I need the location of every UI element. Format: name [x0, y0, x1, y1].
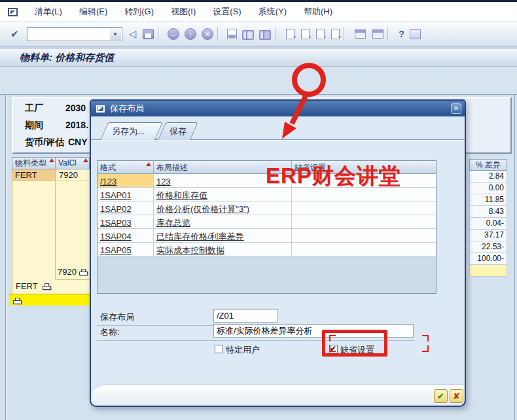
dialog-title: 保存布局 — [110, 103, 144, 114]
variance-cell[interactable]: 22.53- — [469, 241, 507, 253]
enter-icon[interactable]: ✔ — [10, 28, 19, 40]
new-session-icon[interactable] — [355, 29, 366, 39]
grand-total-row — [9, 294, 90, 306]
sort-indicator-icon — [83, 158, 88, 162]
shortcut-icon[interactable] — [372, 29, 383, 39]
period-label: 期间 — [25, 120, 43, 131]
currency-value: CNY — [68, 137, 88, 147]
variance-cell[interactable]: 2.84 — [469, 171, 507, 183]
tab-save[interactable]: 保存 — [158, 122, 190, 140]
variance-cell-empty[interactable] — [469, 265, 507, 277]
name-input[interactable] — [213, 324, 414, 338]
period-value: 2018. — [65, 120, 88, 130]
grand-total-icon[interactable] — [13, 298, 22, 304]
layout-row[interactable]: 1SAP03 库存总览 — [98, 215, 436, 229]
menu-goto[interactable]: 转到(G) — [124, 6, 154, 18]
dialog-icon — [96, 105, 105, 113]
app-title-bar: 物料单: 价格和存货值 — [0, 49, 517, 67]
column-header-description[interactable]: 布局描述 — [154, 161, 292, 173]
sort-indicator-icon — [146, 162, 151, 166]
system-menu-icon[interactable] — [8, 8, 18, 16]
variance-cell[interactable]: 0.04- — [469, 218, 507, 230]
close-icon[interactable]: ✕ — [451, 103, 461, 114]
default-setting-label: 缺省设置 — [340, 344, 374, 356]
first-page-icon[interactable]: « — [286, 29, 294, 39]
user-specific-checkbox[interactable] — [215, 345, 223, 353]
last-page-icon[interactable]: » — [331, 29, 340, 39]
command-field-wrap: ▼ — [27, 27, 122, 41]
user-specific-label: 特定用户 — [226, 344, 260, 356]
subtotal-icon[interactable] — [43, 283, 51, 290]
save-layout-input[interactable] — [213, 309, 278, 323]
subtotal-icon[interactable] — [79, 269, 88, 275]
layout-row[interactable]: 1SAP02 价格分析(仅价格计算"3") — [98, 201, 436, 215]
tab-save-as[interactable]: 另存为... — [100, 122, 155, 140]
back-triangle-icon[interactable]: ◁ — [129, 28, 137, 40]
menu-system[interactable]: 系统(Y) — [258, 6, 287, 18]
column-header-format[interactable]: 格式 — [98, 161, 154, 173]
layout-table: 格式 布局描述 缺省设置 /123 123 1SAP01 价格和库存值 1SAP… — [97, 160, 437, 294]
plant-label: 工厂 — [25, 103, 43, 114]
layout-row[interactable]: 1SAP01 价格和库存值 — [98, 188, 436, 201]
variance-cell[interactable]: 0.00 — [469, 183, 507, 194]
layout-row[interactable]: /123 123 — [98, 174, 436, 188]
save-layout-field-label: 保存布局 — [100, 311, 134, 323]
command-field[interactable] — [29, 29, 110, 40]
table-body-area — [12, 181, 90, 294]
menu-view[interactable]: 视图(I) — [171, 6, 196, 18]
help-icon[interactable]: ? — [399, 29, 404, 39]
command-dropdown-icon[interactable]: ▼ — [110, 29, 121, 40]
standard-toolbar: ✔ ▼ ◁ ← ↑ ✕ « ‹ › » ? — [0, 22, 517, 46]
previous-page-icon[interactable]: ‹ — [301, 29, 310, 39]
variance-cell[interactable]: 8.43 — [469, 206, 507, 218]
menu-help[interactable]: 帮助(H) — [304, 6, 332, 18]
back-icon[interactable]: ← — [168, 28, 179, 40]
save-icon[interactable] — [143, 29, 154, 39]
cell-valcl[interactable]: 7920 — [56, 169, 90, 181]
default-setting-checkbox[interactable] — [329, 345, 338, 353]
currency-label: 货币/评估 — [25, 137, 64, 149]
menu-settings[interactable]: 设置(S) — [213, 6, 241, 18]
variance-cell[interactable]: 37.17 — [469, 230, 507, 241]
sort-indicator-icon — [49, 158, 54, 162]
column-header-material-type[interactable]: 物料类型 — [12, 157, 56, 169]
cancel-button[interactable]: ✘ — [450, 389, 463, 403]
layout-row[interactable]: 1SAP05 实际成本控制数据 — [98, 243, 436, 256]
next-page-icon[interactable]: › — [316, 29, 325, 39]
variance-cell[interactable]: 11.85 — [469, 194, 507, 206]
variance-cell[interactable]: 100.00- — [469, 253, 507, 265]
plant-value: 2030 — [65, 103, 86, 113]
find-next-icon[interactable] — [259, 30, 271, 38]
page-title: 物料单: 价格和存货值 — [20, 52, 114, 64]
cell-material-type[interactable]: FERT — [12, 169, 56, 181]
column-header-valcl[interactable]: ValCl — [56, 157, 90, 169]
name-field-label: 名称: — [100, 326, 120, 338]
menu-bar: 清单(L) 编辑(E) 转到(G) 视图(I) 设置(S) 系统(Y) 帮助(H… — [0, 2, 517, 22]
print-icon[interactable] — [227, 29, 237, 39]
alv-toolbar: $¥ 100 ▲ ▼ Σ Σ % X T → T Ab — [0, 67, 517, 95]
menu-edit[interactable]: 编辑(E) — [79, 6, 107, 18]
column-header-variance[interactable]: % 差异 — [469, 159, 507, 171]
exit-icon[interactable]: ↑ — [185, 28, 196, 40]
subtotal-valcl-row: 7920 — [58, 267, 88, 277]
subtotal-material-row: FERT — [16, 281, 51, 291]
menu-list[interactable]: 清单(L) — [35, 6, 62, 18]
cancel-icon[interactable]: ✕ — [202, 28, 213, 40]
column-header-default[interactable]: 缺省设置 — [292, 161, 436, 173]
layout-row[interactable]: 1SAP04 已结库存价格/利率差异 — [98, 229, 436, 243]
find-icon[interactable] — [242, 30, 254, 38]
confirm-button[interactable]: ✔ — [434, 389, 448, 403]
customize-layout-icon[interactable] — [410, 29, 421, 39]
layout-table-header: 格式 布局描述 缺省设置 — [98, 161, 436, 174]
dialog-footer — [92, 384, 464, 405]
save-layout-dialog: 保存布局 ✕ 另存为... 保存 格式 布局描述 缺省设置 /123 123 1… — [90, 99, 466, 407]
dialog-title-bar[interactable]: 保存布局 — [91, 101, 465, 116]
